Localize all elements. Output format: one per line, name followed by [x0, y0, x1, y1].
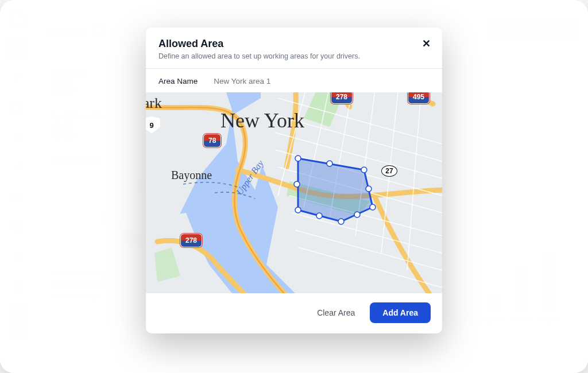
area-name-label: Area Name: [158, 77, 198, 86]
close-icon[interactable]: ✕: [419, 37, 433, 50]
route-shield-78: 78: [203, 134, 221, 147]
svg-point-15: [361, 167, 367, 173]
map-canvas[interactable]: New York wark Bayonne Upper Bay 9 78 278…: [146, 92, 442, 293]
svg-point-19: [338, 219, 344, 224]
svg-point-17: [370, 204, 376, 210]
route-shield-27: 27: [381, 165, 397, 177]
modal-footer: Clear Area Add Area: [146, 293, 442, 333]
modal-title: Allowed Area: [158, 38, 430, 50]
modal-header: Allowed Area Define an allowed area to s…: [146, 28, 442, 69]
app-window: Date Range 01 Feb 2024 Create Route Plan…: [0, 0, 588, 373]
map-label-newyork: New York: [220, 108, 304, 133]
svg-point-16: [366, 186, 372, 192]
svg-point-18: [354, 212, 360, 217]
svg-point-22: [294, 181, 300, 187]
map-label-bayonne: Bayonne: [171, 169, 212, 182]
svg-point-21: [295, 207, 301, 213]
svg-point-20: [316, 213, 322, 219]
clear-area-button[interactable]: Clear Area: [307, 302, 365, 323]
route-shield-278-top: 278: [331, 92, 353, 104]
svg-point-14: [327, 161, 332, 166]
route-shield-495: 495: [408, 92, 430, 104]
route-shield-278-bottom: 278: [180, 234, 202, 247]
allowed-area-modal: Allowed Area Define an allowed area to s…: [146, 28, 442, 333]
map-label-wark: wark: [146, 95, 162, 112]
area-name-row: Area Name: [146, 69, 442, 92]
svg-point-13: [295, 156, 301, 161]
modal-subtitle: Define an allowed area to set up working…: [158, 52, 430, 60]
add-area-button[interactable]: Add Area: [370, 302, 431, 323]
area-name-input[interactable]: [214, 77, 430, 86]
